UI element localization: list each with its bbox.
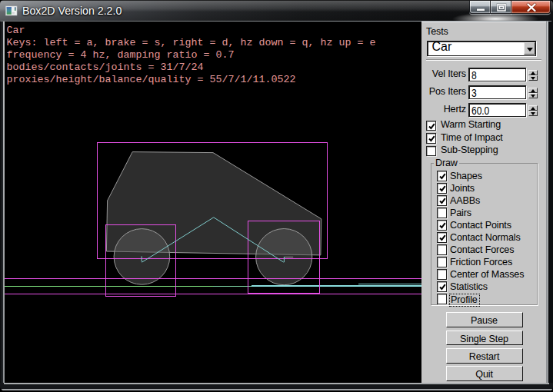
svg-text:proxies/height/balance/quality: proxies/height/balance/quality = 55/7/1/… [7, 74, 296, 85]
svg-text:Car: Car [7, 25, 25, 36]
svg-text:Keys: left = a, brake = s, rig: Keys: left = a, brake = s, right = d, hz… [7, 37, 376, 48]
svg-text:frequency = 4 hz, damping rati: frequency = 4 hz, damping ratio = 0.7 [7, 49, 235, 61]
svg-text:bodies/contacts/joints = 31/7/: bodies/contacts/joints = 31/7/24 [7, 61, 204, 73]
